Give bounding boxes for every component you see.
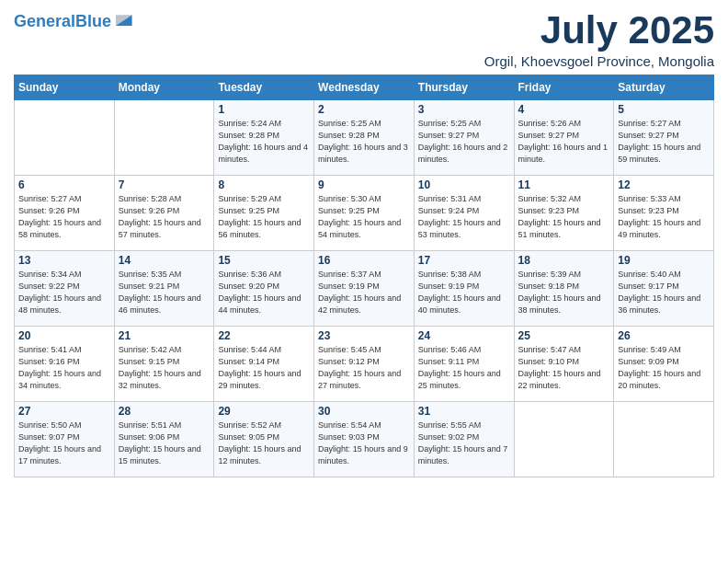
calendar-cell: 4Sunrise: 5:26 AMSunset: 9:27 PMDaylight…	[514, 100, 614, 176]
day-number: 27	[18, 405, 110, 418]
weekday-header: Sunday	[15, 75, 115, 100]
cell-details: Sunrise: 5:40 AMSunset: 9:17 PMDaylight:…	[618, 269, 710, 316]
cell-details: Sunrise: 5:36 AMSunset: 9:20 PMDaylight:…	[218, 269, 310, 316]
day-number: 11	[518, 178, 610, 191]
calendar-cell	[614, 402, 714, 477]
calendar-week-row: 13Sunrise: 5:34 AMSunset: 9:22 PMDayligh…	[15, 251, 714, 327]
day-number: 25	[518, 329, 610, 342]
cell-details: Sunrise: 5:42 AMSunset: 9:15 PMDaylight:…	[119, 344, 210, 392]
location-subtitle: Orgil, Khoevsgoel Province, Mongolia	[484, 53, 714, 69]
calendar-cell: 14Sunrise: 5:35 AMSunset: 9:21 PMDayligh…	[114, 251, 214, 327]
weekday-header: Saturday	[614, 75, 714, 100]
calendar-cell: 18Sunrise: 5:39 AMSunset: 9:18 PMDayligh…	[514, 251, 614, 327]
day-number: 4	[518, 103, 610, 116]
day-number: 21	[119, 329, 210, 342]
day-number: 8	[218, 178, 310, 191]
month-title: July 2025	[484, 9, 714, 52]
day-number: 1	[218, 103, 310, 116]
calendar-cell: 29Sunrise: 5:52 AMSunset: 9:05 PMDayligh…	[214, 402, 314, 477]
day-number: 23	[318, 329, 410, 342]
calendar-cell: 21Sunrise: 5:42 AMSunset: 9:15 PMDayligh…	[114, 327, 214, 402]
weekday-header: Monday	[114, 75, 214, 100]
cell-details: Sunrise: 5:44 AMSunset: 9:14 PMDaylight:…	[218, 344, 310, 392]
calendar-cell: 15Sunrise: 5:36 AMSunset: 9:20 PMDayligh…	[214, 251, 314, 327]
day-number: 28	[119, 405, 210, 418]
calendar-cell: 12Sunrise: 5:33 AMSunset: 9:23 PMDayligh…	[614, 176, 714, 251]
cell-details: Sunrise: 5:27 AMSunset: 9:27 PMDaylight:…	[618, 118, 710, 166]
calendar-cell: 2Sunrise: 5:25 AMSunset: 9:28 PMDaylight…	[314, 100, 415, 176]
cell-details: Sunrise: 5:26 AMSunset: 9:27 PMDaylight:…	[518, 118, 610, 166]
cell-details: Sunrise: 5:29 AMSunset: 9:25 PMDaylight:…	[218, 193, 310, 241]
calendar-week-row: 1Sunrise: 5:24 AMSunset: 9:28 PMDaylight…	[15, 100, 714, 176]
calendar-cell: 13Sunrise: 5:34 AMSunset: 9:22 PMDayligh…	[15, 251, 115, 327]
cell-details: Sunrise: 5:39 AMSunset: 9:18 PMDaylight:…	[518, 269, 610, 316]
cell-details: Sunrise: 5:45 AMSunset: 9:12 PMDaylight:…	[318, 344, 410, 392]
calendar-cell: 9Sunrise: 5:30 AMSunset: 9:25 PMDaylight…	[314, 176, 415, 251]
day-number: 10	[418, 178, 510, 191]
weekday-header: Thursday	[414, 75, 514, 100]
cell-details: Sunrise: 5:35 AMSunset: 9:21 PMDaylight:…	[119, 269, 210, 316]
calendar-cell: 31Sunrise: 5:55 AMSunset: 9:02 PMDayligh…	[414, 402, 514, 477]
day-number: 30	[318, 405, 410, 418]
day-number: 6	[18, 178, 110, 191]
cell-details: Sunrise: 5:52 AMSunset: 9:05 PMDaylight:…	[218, 419, 310, 467]
logo-general: General	[14, 12, 75, 30]
calendar-week-row: 20Sunrise: 5:41 AMSunset: 9:16 PMDayligh…	[15, 327, 714, 402]
calendar-cell: 10Sunrise: 5:31 AMSunset: 9:24 PMDayligh…	[414, 176, 514, 251]
calendar-cell	[114, 100, 214, 176]
cell-details: Sunrise: 5:49 AMSunset: 9:09 PMDaylight:…	[618, 344, 710, 392]
day-number: 18	[518, 254, 610, 267]
day-number: 19	[618, 254, 710, 267]
calendar-cell: 30Sunrise: 5:54 AMSunset: 9:03 PMDayligh…	[314, 402, 415, 477]
calendar-cell: 19Sunrise: 5:40 AMSunset: 9:17 PMDayligh…	[614, 251, 714, 327]
calendar-cell: 28Sunrise: 5:51 AMSunset: 9:06 PMDayligh…	[114, 402, 214, 477]
day-number: 20	[18, 329, 110, 342]
cell-details: Sunrise: 5:41 AMSunset: 9:16 PMDaylight:…	[18, 344, 110, 392]
calendar-cell: 8Sunrise: 5:29 AMSunset: 9:25 PMDaylight…	[214, 176, 314, 251]
cell-details: Sunrise: 5:54 AMSunset: 9:03 PMDaylight:…	[318, 419, 410, 467]
logo: GeneralBlue	[14, 13, 133, 31]
calendar-week-row: 27Sunrise: 5:50 AMSunset: 9:07 PMDayligh…	[15, 402, 714, 477]
cell-details: Sunrise: 5:38 AMSunset: 9:19 PMDaylight:…	[418, 269, 510, 316]
day-number: 7	[119, 178, 210, 191]
calendar-cell: 1Sunrise: 5:24 AMSunset: 9:28 PMDaylight…	[214, 100, 314, 176]
calendar-header-row: SundayMondayTuesdayWednesdayThursdayFrid…	[15, 75, 714, 100]
cell-details: Sunrise: 5:51 AMSunset: 9:06 PMDaylight:…	[119, 419, 210, 467]
day-number: 24	[418, 329, 510, 342]
cell-details: Sunrise: 5:28 AMSunset: 9:26 PMDaylight:…	[119, 193, 210, 241]
calendar-cell: 6Sunrise: 5:27 AMSunset: 9:26 PMDaylight…	[15, 176, 115, 251]
calendar-cell: 27Sunrise: 5:50 AMSunset: 9:07 PMDayligh…	[15, 402, 115, 477]
day-number: 5	[618, 103, 710, 116]
day-number: 13	[18, 254, 110, 267]
day-number: 31	[418, 405, 510, 418]
calendar-cell: 16Sunrise: 5:37 AMSunset: 9:19 PMDayligh…	[314, 251, 415, 327]
day-number: 2	[318, 103, 410, 116]
calendar-cell: 17Sunrise: 5:38 AMSunset: 9:19 PMDayligh…	[414, 251, 514, 327]
calendar-cell: 20Sunrise: 5:41 AMSunset: 9:16 PMDayligh…	[15, 327, 115, 402]
weekday-header: Tuesday	[214, 75, 314, 100]
cell-details: Sunrise: 5:24 AMSunset: 9:28 PMDaylight:…	[218, 118, 310, 166]
calendar-cell: 22Sunrise: 5:44 AMSunset: 9:14 PMDayligh…	[214, 327, 314, 402]
cell-details: Sunrise: 5:30 AMSunset: 9:25 PMDaylight:…	[318, 193, 410, 241]
day-number: 22	[218, 329, 310, 342]
calendar-cell: 26Sunrise: 5:49 AMSunset: 9:09 PMDayligh…	[614, 327, 714, 402]
cell-details: Sunrise: 5:32 AMSunset: 9:23 PMDaylight:…	[518, 193, 610, 241]
cell-details: Sunrise: 5:46 AMSunset: 9:11 PMDaylight:…	[418, 344, 510, 392]
calendar-cell: 24Sunrise: 5:46 AMSunset: 9:11 PMDayligh…	[414, 327, 514, 402]
day-number: 29	[218, 405, 310, 418]
cell-details: Sunrise: 5:55 AMSunset: 9:02 PMDaylight:…	[418, 419, 510, 467]
logo-icon	[113, 8, 133, 29]
weekday-header: Friday	[514, 75, 614, 100]
day-number: 17	[418, 254, 510, 267]
cell-details: Sunrise: 5:37 AMSunset: 9:19 PMDaylight:…	[318, 269, 410, 316]
cell-details: Sunrise: 5:50 AMSunset: 9:07 PMDaylight:…	[18, 419, 110, 467]
day-number: 15	[218, 254, 310, 267]
cell-details: Sunrise: 5:25 AMSunset: 9:28 PMDaylight:…	[318, 118, 410, 166]
logo-text: GeneralBlue	[14, 13, 111, 31]
day-number: 16	[318, 254, 410, 267]
cell-details: Sunrise: 5:47 AMSunset: 9:10 PMDaylight:…	[518, 344, 610, 392]
calendar-cell: 23Sunrise: 5:45 AMSunset: 9:12 PMDayligh…	[314, 327, 415, 402]
calendar-table: SundayMondayTuesdayWednesdayThursdayFrid…	[14, 75, 714, 477]
day-number: 9	[318, 178, 410, 191]
day-number: 26	[618, 329, 710, 342]
